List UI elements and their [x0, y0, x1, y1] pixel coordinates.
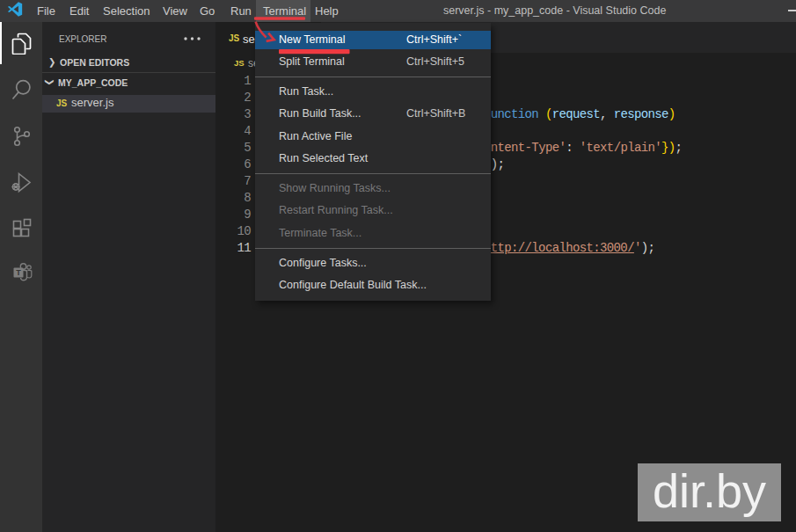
svg-text:T: T: [16, 268, 21, 277]
